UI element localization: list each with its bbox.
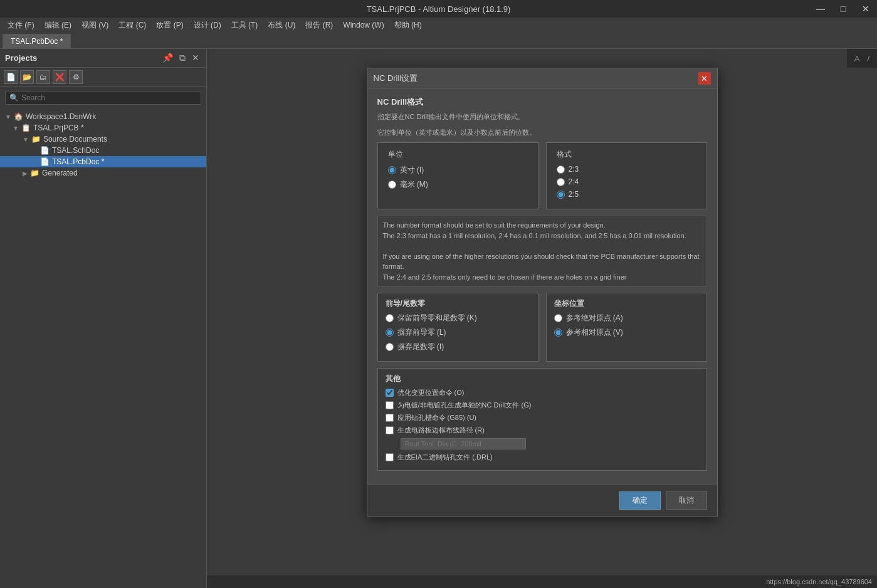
cb3-label: 应用钻孔槽命令 (G85) (U) [397,413,477,423]
tab-bar: TSAL.PcbDoc * [0,33,877,49]
settings-button[interactable]: ⚙ [69,70,83,84]
coord-rel-option[interactable]: 参考相对原点 (V) [554,327,699,338]
menu-help[interactable]: 帮助 (H) [389,19,427,32]
info-text-block: The number format should be set to suit … [377,216,707,286]
tree-item-workspace[interactable]: ▼ 🏠 Workspace1.DsnWrk [0,111,206,122]
workspace-icon: 🏠 [14,112,23,121]
unit-inch-option[interactable]: 英寸 (I) [388,165,528,176]
unit-inch-radio[interactable] [388,166,396,174]
unit-inch-label: 英寸 (I) [400,165,424,176]
coord-rel-radio[interactable] [554,328,562,337]
menu-project[interactable]: 工程 (C) [113,19,151,32]
lt-suppress-leading-option[interactable]: 摒弃前导零 (L) [386,327,530,338]
search-icon: 🔍 [9,93,19,102]
tree-item-project[interactable]: ▼ 📋 TSAL.PrjPCB * [0,122,206,134]
cb2-checkbox[interactable] [386,401,394,409]
cb5-checkbox[interactable] [386,453,394,461]
format-25-radio[interactable] [557,191,565,199]
new-project-button[interactable]: 📄 [4,70,18,84]
dialog-body: NC Drill格式 指定要在NC Drill输出文件中使用的单位和格式。 它控… [367,89,717,485]
modal-overlay: NC Drill设置 ✕ NC Drill格式 指定要在NC Drill输出文件… [207,49,877,588]
open-button[interactable]: 📂 [20,70,34,84]
maximize-button[interactable]: □ [832,0,854,18]
tree-item-schdoc[interactable]: ▶ 📄 TSAL.SchDoc [0,145,206,156]
panel-float-button[interactable]: ⧉ [177,53,187,63]
menu-tools[interactable]: 工具 (T) [226,19,263,32]
cancel-button[interactable]: 取消 [666,491,707,510]
coord-abs-option[interactable]: 参考绝对原点 (A) [554,313,699,323]
format-24-option[interactable]: 2:4 [557,177,696,186]
format-25-label: 2:5 [569,190,579,199]
tree-item-pcbdoc[interactable]: ▶ 📄 TSAL.PcbDoc * [0,156,206,167]
nc-drill-dialog: NC Drill设置 ✕ NC Drill格式 指定要在NC Drill输出文件… [367,68,718,517]
browse-button[interactable]: 🗂 [36,70,50,84]
format-23-radio[interactable] [557,165,565,174]
cb5-label: 生成EIA二进制钻孔文件 (.DRL) [397,453,493,462]
format-23-option[interactable]: 2:3 [557,165,696,174]
lt-suppress-leading-radio[interactable] [386,328,394,337]
coordinate-box: 坐标位置 参考绝对原点 (A) 参考相对原点 (V) [546,293,707,362]
ok-button[interactable]: 确定 [619,491,661,510]
tab-pcbdoc[interactable]: TSAL.PcbDoc * [3,34,71,48]
tree-item-generated[interactable]: ▶ 📁 Generated [0,167,206,179]
lt-suppress-trailing-radio[interactable] [386,343,394,351]
cb5-item[interactable]: 生成EIA二进制钻孔文件 (.DRL) [386,453,699,462]
lt-suppress-trailing-option[interactable]: 摒弃尾数零 (I) [386,342,530,352]
dialog-close-button[interactable]: ✕ [698,72,711,85]
dialog-footer: 确定 取消 [367,485,717,516]
info-text-line2: The 2:3 format has a 1 mil resolution, 2… [383,231,701,241]
leading-trailing-title: 前导/尾数零 [386,298,530,309]
minimize-button[interactable]: — [809,0,832,18]
lt-keep-radio[interactable] [386,314,394,322]
lt-keep-option[interactable]: 保留前导零和尾数零 (K) [386,313,530,323]
dialog-titlebar: NC Drill设置 ✕ [367,68,717,89]
cb1-item[interactable]: 优化变更位置命令 (O) [386,388,699,397]
rout-tool-input[interactable] [401,438,526,449]
format-25-option[interactable]: 2:5 [557,190,696,199]
unit-mm-radio[interactable] [388,181,396,189]
menu-design[interactable]: 设计 (D) [189,19,226,32]
other-title: 其他 [386,374,699,384]
cb4-checkbox[interactable] [386,426,394,434]
menu-place[interactable]: 放置 (P) [151,19,188,32]
tree-item-source-docs[interactable]: ▼ 📁 Source Documents [0,134,206,145]
cb1-checkbox[interactable] [386,389,394,397]
lt-suppress-trailing-label: 摒弃尾数零 (I) [397,342,444,352]
menu-window[interactable]: Window (W) [338,19,389,31]
menu-route[interactable]: 布线 (U) [263,19,300,32]
pcb-icon: 📄 [40,157,50,166]
format-24-radio[interactable] [557,178,565,186]
panel-close-button[interactable]: ✕ [190,53,201,63]
close-project-button[interactable]: ❌ [53,70,66,84]
info-text-line5: The 2:4 and 2:5 formats only need to be … [383,272,701,283]
menu-report[interactable]: 报告 (R) [300,19,338,32]
search-input[interactable] [21,93,197,102]
app-title: TSAL.PrjPCB - Altium Designer (18.1.9) [367,4,511,14]
menu-edit[interactable]: 编辑 (E) [39,19,76,32]
menu-view[interactable]: 视图 (V) [76,19,113,32]
menu-file[interactable]: 文件 (F) [3,19,39,32]
workspace-label: Workspace1.DsnWrk [26,112,96,121]
project-label: TSAL.PrjPCB * [33,123,84,132]
info-text-line1: The number format should be set to suit … [383,220,701,231]
units-title: 单位 [388,149,528,160]
panel-header-icons: 📌 ⧉ ✕ [160,53,201,63]
app-close-button[interactable]: ✕ [854,0,877,18]
panel-pin-button[interactable]: 📌 [160,53,175,63]
cb3-checkbox[interactable] [386,414,394,422]
panel-header: Projects 📌 ⧉ ✕ [0,49,206,68]
arrow-icon: ▼ [23,136,29,143]
cb2-item[interactable]: 为电镀/非电镀孔生成单独的NC Drill文件 (G) [386,401,699,410]
project-icon: 📋 [21,123,31,132]
leading-trailing-box: 前导/尾数零 保留前导零和尾数零 (K) 摒弃前导零 (L) [377,293,538,362]
folder-icon: 📁 [31,135,41,144]
coord-abs-radio[interactable] [554,314,562,322]
generated-label: Generated [42,169,78,177]
cb4-label: 生成电路板边框布线路径 (R) [397,426,485,435]
lt-suppress-leading-label: 摒弃前导零 (L) [397,327,446,338]
unit-mm-option[interactable]: 毫米 (M) [388,179,528,190]
section1-desc2: 它控制单位（英寸或毫米）以及小数点前后的位数。 [377,127,707,138]
cb4-item[interactable]: 生成电路板边框布线路径 (R) [386,426,699,435]
cb3-item[interactable]: 应用钻孔槽命令 (G85) (U) [386,413,699,423]
dialog-title: NC Drill设置 [374,73,418,84]
